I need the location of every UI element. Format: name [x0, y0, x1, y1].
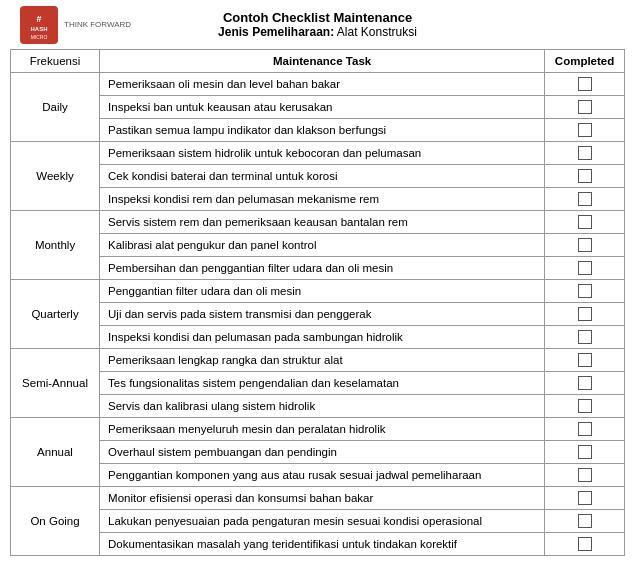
freq-cell: Weekly [11, 142, 100, 211]
col-header-freq: Frekuensi [11, 50, 100, 73]
checkbox[interactable] [578, 169, 592, 183]
checkbox[interactable] [578, 215, 592, 229]
table-row: Penggantian komponen yang aus atau rusak… [11, 464, 625, 487]
check-cell[interactable] [545, 487, 625, 510]
table-row: Lakukan penyesuaian pada pengaturan mesi… [11, 510, 625, 533]
checkbox[interactable] [578, 468, 592, 482]
table-row: Dokumentasikan masalah yang teridentifik… [11, 533, 625, 556]
table-row: AnnualPemeriksaan menyeluruh mesin dan p… [11, 418, 625, 441]
freq-cell: Semi-Annual [11, 349, 100, 418]
freq-cell: Annual [11, 418, 100, 487]
task-cell: Pemeriksaan oli mesin dan level bahan ba… [100, 73, 545, 96]
check-cell[interactable] [545, 441, 625, 464]
checkbox[interactable] [578, 514, 592, 528]
task-cell: Inspeksi kondisi rem dan pelumasan mekan… [100, 188, 545, 211]
task-cell: Penggantian filter udara dan oli mesin [100, 280, 545, 303]
check-cell[interactable] [545, 73, 625, 96]
check-cell[interactable] [545, 303, 625, 326]
subtitle-value: Alat Konstruksi [337, 25, 417, 39]
checkbox[interactable] [578, 261, 592, 275]
table-row: Inspeksi ban untuk keausan atau kerusaka… [11, 96, 625, 119]
task-cell: Cek kondisi baterai dan terminal untuk k… [100, 165, 545, 188]
table-row: Uji dan servis pada sistem transmisi dan… [11, 303, 625, 326]
task-cell: Pemeriksaan sistem hidrolik untuk keboco… [100, 142, 545, 165]
check-cell[interactable] [545, 96, 625, 119]
table-row: Pastikan semua lampu indikator dan klaks… [11, 119, 625, 142]
freq-cell: Daily [11, 73, 100, 142]
task-cell: Kalibrasi alat pengukur dan panel kontro… [100, 234, 545, 257]
task-cell: Inspeksi ban untuk keausan atau kerusaka… [100, 96, 545, 119]
logo: # HASH MICRO THINK FORWARD [20, 6, 131, 44]
check-cell[interactable] [545, 280, 625, 303]
subtitle-label: Jenis Pemeliharaan: [218, 25, 334, 39]
task-cell: Servis dan kalibrasi ulang sistem hidrol… [100, 395, 545, 418]
freq-cell: On Going [11, 487, 100, 556]
table-row: Servis dan kalibrasi ulang sistem hidrol… [11, 395, 625, 418]
freq-cell: Quarterly [11, 280, 100, 349]
checkbox[interactable] [578, 100, 592, 114]
check-cell[interactable] [545, 372, 625, 395]
check-cell[interactable] [545, 418, 625, 441]
task-cell: Inspeksi kondisi dan pelumasan pada samb… [100, 326, 545, 349]
task-cell: Pastikan semua lampu indikator dan klaks… [100, 119, 545, 142]
svg-text:HASH: HASH [30, 26, 47, 32]
checkbox[interactable] [578, 353, 592, 367]
check-cell[interactable] [545, 234, 625, 257]
table-row: MonthlyServis sistem rem dan pemeriksaan… [11, 211, 625, 234]
svg-text:MICRO: MICRO [31, 34, 48, 40]
table-header-row: Frekuensi Maintenance Task Completed [11, 50, 625, 73]
task-cell: Dokumentasikan masalah yang teridentifik… [100, 533, 545, 556]
checkbox[interactable] [578, 491, 592, 505]
task-cell: Overhaul sistem pembuangan dan pendingin [100, 441, 545, 464]
task-cell: Servis sistem rem dan pemeriksaan keausa… [100, 211, 545, 234]
table-row: QuarterlyPenggantian filter udara dan ol… [11, 280, 625, 303]
table-row: WeeklyPemeriksaan sistem hidrolik untuk … [11, 142, 625, 165]
checkbox[interactable] [578, 422, 592, 436]
checkbox[interactable] [578, 77, 592, 91]
check-cell[interactable] [545, 326, 625, 349]
checkbox[interactable] [578, 399, 592, 413]
table-row: Inspeksi kondisi dan pelumasan pada samb… [11, 326, 625, 349]
checkbox[interactable] [578, 537, 592, 551]
check-cell[interactable] [545, 349, 625, 372]
check-cell[interactable] [545, 464, 625, 487]
checkbox[interactable] [578, 238, 592, 252]
table-row: DailyPemeriksaan oli mesin dan level bah… [11, 73, 625, 96]
checkbox[interactable] [578, 284, 592, 298]
check-cell[interactable] [545, 119, 625, 142]
task-cell: Penggantian komponen yang aus atau rusak… [100, 464, 545, 487]
table-row: Tes fungsionalitas sistem pengendalian d… [11, 372, 625, 395]
checkbox[interactable] [578, 192, 592, 206]
check-cell[interactable] [545, 165, 625, 188]
table-row: On GoingMonitor efisiensi operasi dan ko… [11, 487, 625, 510]
table-row: Cek kondisi baterai dan terminal untuk k… [11, 165, 625, 188]
task-cell: Monitor efisiensi operasi dan konsumsi b… [100, 487, 545, 510]
checkbox[interactable] [578, 376, 592, 390]
check-cell[interactable] [545, 188, 625, 211]
checkbox[interactable] [578, 123, 592, 137]
task-cell: Tes fungsionalitas sistem pengendalian d… [100, 372, 545, 395]
table-row: Semi-AnnualPemeriksaan lengkap rangka da… [11, 349, 625, 372]
svg-text:#: # [36, 14, 41, 24]
page-header: # HASH MICRO THINK FORWARD Contoh Checkl… [10, 10, 625, 39]
col-header-check: Completed [545, 50, 625, 73]
check-cell[interactable] [545, 257, 625, 280]
table-row: Overhaul sistem pembuangan dan pendingin [11, 441, 625, 464]
check-cell[interactable] [545, 211, 625, 234]
checkbox[interactable] [578, 146, 592, 160]
check-cell[interactable] [545, 533, 625, 556]
task-cell: Pemeriksaan menyeluruh mesin dan peralat… [100, 418, 545, 441]
checkbox[interactable] [578, 307, 592, 321]
task-cell: Lakukan penyesuaian pada pengaturan mesi… [100, 510, 545, 533]
maintenance-table: Frekuensi Maintenance Task Completed Dai… [10, 49, 625, 556]
task-cell: Pemeriksaan lengkap rangka dan struktur … [100, 349, 545, 372]
check-cell[interactable] [545, 510, 625, 533]
col-header-task: Maintenance Task [100, 50, 545, 73]
table-row: Inspeksi kondisi rem dan pelumasan mekan… [11, 188, 625, 211]
task-cell: Pembersihan dan penggantian filter udara… [100, 257, 545, 280]
check-cell[interactable] [545, 142, 625, 165]
checkbox[interactable] [578, 330, 592, 344]
task-cell: Uji dan servis pada sistem transmisi dan… [100, 303, 545, 326]
checkbox[interactable] [578, 445, 592, 459]
check-cell[interactable] [545, 395, 625, 418]
